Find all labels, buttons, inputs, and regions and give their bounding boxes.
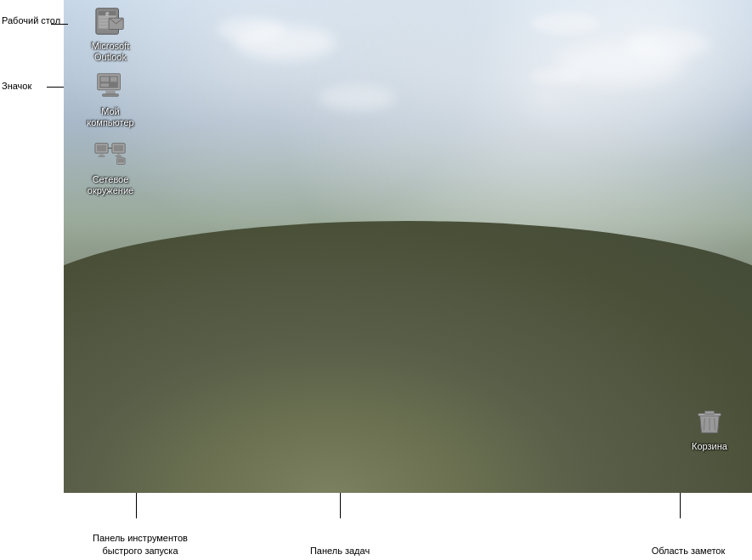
svg-rect-11 [103, 94, 119, 97]
notification-annotation-line [680, 493, 681, 518]
svg-rect-26 [118, 159, 125, 163]
mycomputer-label: Мойкомпьютер [87, 106, 133, 128]
svg-rect-22 [117, 154, 121, 156]
svg-rect-10 [105, 91, 115, 94]
svg-rect-21 [114, 145, 123, 152]
desktop-icon-network[interactable]: Сетевоеокружение [81, 138, 140, 196]
svg-rect-15 [101, 83, 110, 87]
svg-rect-14 [110, 77, 117, 82]
svg-rect-23 [116, 156, 122, 157]
bottom-annotations: Панель инструментов быстрого запуска Пан… [0, 493, 752, 560]
desktop-icon-outlook[interactable]: @ MicrosoftOutlook [81, 4, 140, 63]
annotation-area: Рабочий стол Значок [0, 0, 64, 493]
svg-rect-18 [100, 154, 104, 156]
network-icon [93, 138, 127, 172]
network-label: Сетевоеокружение [88, 174, 133, 196]
svg-rect-17 [97, 145, 106, 152]
icon-annotation-line [47, 87, 64, 88]
desktop-annotation-line [51, 24, 68, 25]
outlook-label: MicrosoftOutlook [92, 41, 130, 63]
taskbar-annotation-line [340, 493, 341, 518]
icon-annotation-label: Значок [2, 81, 31, 92]
mycomputer-icon [93, 70, 127, 104]
desktop-icon-recycle[interactable]: Корзина [684, 404, 735, 452]
taskbar-annotation-label: Панель задач [289, 545, 391, 557]
svg-rect-19 [99, 156, 105, 157]
desktop-annotation-label: Рабочий стол [2, 15, 60, 26]
desktop: @ MicrosoftOutlook Мойкомпьютер [64, 0, 752, 493]
svg-rect-13 [101, 77, 110, 82]
outlook-icon: @ [93, 4, 127, 38]
desktop-icon-mycomputer[interactable]: Мойкомпьютер [81, 70, 140, 128]
recycle-label: Корзина [692, 441, 727, 452]
svg-text:@: @ [105, 12, 110, 16]
notification-annotation-label: Область заметок [633, 545, 744, 557]
recycle-icon [693, 404, 727, 438]
svg-rect-28 [704, 410, 714, 414]
quick-launch-annotation-line [136, 493, 137, 518]
quick-launch-annotation-label: Панель инструментов быстрого запуска [85, 532, 195, 557]
